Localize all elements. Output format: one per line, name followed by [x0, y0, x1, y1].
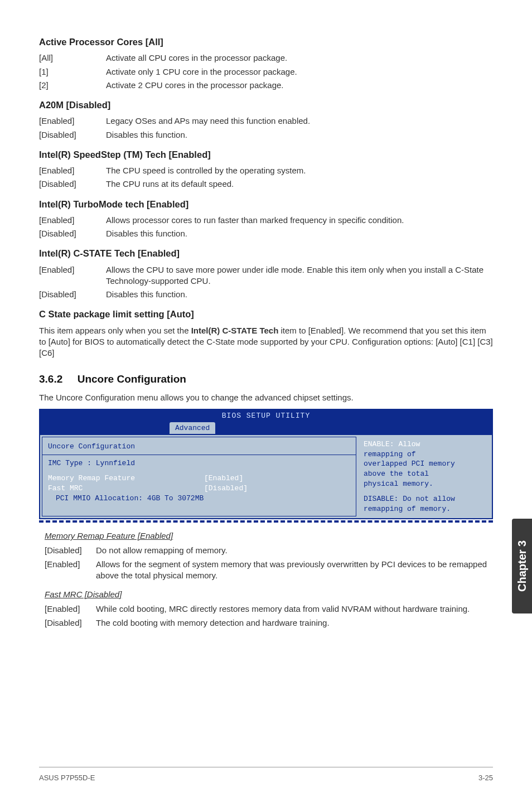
option-val: Activate all CPU cores in the processor …	[106, 52, 493, 64]
option-key: [1]	[39, 66, 106, 78]
section-title-cstate-limit: C State package limit setting [Auto]	[39, 308, 493, 320]
option-row: [Disabled] Do not allow remapping of mem…	[45, 545, 493, 556]
section-title-speedstep: Intel(R) SpeedStep (TM) Tech [Enabled]	[39, 148, 493, 161]
option-val: Activate 2 CPU cores in the processor pa…	[106, 80, 493, 91]
bios-help-line: physical memory.	[364, 479, 486, 489]
option-val: Allows for the segment of system memory …	[96, 559, 493, 582]
bios-setting-row[interactable]: Fast MRC [Disabled]	[48, 484, 350, 494]
bios-setting-value: [Disabled]	[204, 484, 248, 494]
chapter-tab: Chapter 3	[512, 519, 532, 613]
bios-help-line: ENABLE: Allow	[364, 439, 486, 450]
option-val: Disables this function.	[106, 228, 493, 239]
subsection-name: Uncore Configuration	[78, 373, 186, 385]
cstate-limit-paragraph: This item appears only when you set the …	[39, 325, 493, 359]
bios-setting-label: Memory Remap Feature	[48, 474, 204, 484]
bios-panel: BIOS SETUP UTILITY Advanced Uncore Confi…	[39, 409, 493, 519]
bios-divider	[39, 520, 493, 523]
option-row: [Enabled] While cold booting, MRC direct…	[45, 603, 493, 615]
bios-setting-row[interactable]: Memory Remap Feature [Enabled]	[48, 474, 350, 484]
bios-heading: Uncore Configuration	[48, 442, 350, 452]
bios-pci-allocation: PCI MMIO Allocation: 4GB To 3072MB	[48, 494, 350, 504]
option-row: [1] Activate only 1 CPU core in the proc…	[39, 66, 493, 78]
option-key: [Enabled]	[39, 165, 106, 176]
option-key: [Disabled]	[39, 228, 106, 239]
bios-help-line: remapping of	[364, 450, 486, 460]
bios-window-title: BIOS SETUP UTILITY	[40, 410, 492, 422]
bios-left-panel: Uncore Configuration IMC Type : Lynnfiel…	[42, 437, 356, 516]
option-key: [Enabled]	[45, 603, 96, 615]
option-val: Allows processor cores to run faster tha…	[106, 215, 493, 226]
option-val: Activate only 1 CPU core in the processo…	[106, 66, 493, 78]
option-val: Allows the CPU to save more power under …	[106, 264, 493, 287]
bios-setting-label: Fast MRC	[48, 484, 204, 494]
bios-help-line: overlapped PCI memory	[364, 459, 486, 469]
option-key: [Enabled]	[45, 559, 96, 582]
option-key: [Disabled]	[45, 545, 96, 556]
option-row: [2] Activate 2 CPU cores in the processo…	[39, 80, 493, 91]
option-val: Disables this function.	[106, 289, 493, 300]
cstate-limit-pre: This item appears only when you set the	[39, 326, 191, 335]
bios-header: BIOS SETUP UTILITY	[40, 410, 492, 422]
bios-help-panel: ENABLE: Allow remapping of overlapped PC…	[358, 435, 492, 518]
option-val: The CPU runs at its default speed.	[106, 178, 493, 190]
option-key: [Disabled]	[39, 178, 106, 190]
option-key: [Enabled]	[39, 215, 106, 226]
option-row: [Disabled] Disables this function.	[39, 289, 493, 300]
bios-tab-advanced[interactable]: Advanced	[170, 422, 215, 434]
bios-help-line: remapping of memory.	[364, 504, 486, 514]
option-row: [Disabled] Disables this function.	[39, 129, 493, 141]
bios-body: Uncore Configuration IMC Type : Lynnfiel…	[40, 434, 492, 518]
section-title-a20m: A20M [Disabled]	[39, 99, 493, 111]
subsection-intro: The Uncore Configuration menu allows you…	[39, 392, 493, 403]
subsection-number: 3.6.2	[39, 373, 62, 385]
bios-setting-value: [Enabled]	[204, 474, 243, 484]
option-row: [All] Activate all CPU cores in the proc…	[39, 52, 493, 64]
section-title-apc: Active Processor Cores [All]	[39, 36, 493, 48]
option-val: The cold booting with memory detection a…	[96, 617, 493, 629]
section-title-cstate: Intel(R) C-STATE Tech [Enabled]	[39, 247, 493, 259]
option-val: While cold booting, MRC directly restore…	[96, 603, 493, 615]
page-footer: ASUS P7P55D-E 3-25	[39, 767, 493, 783]
option-key: [2]	[39, 80, 106, 91]
option-val: The CPU speed is controlled by the opera…	[106, 165, 493, 176]
option-row: [Enabled] Allows the CPU to save more po…	[39, 264, 493, 287]
option-key: [Disabled]	[39, 289, 106, 300]
subsection-title: 3.6.2 Uncore Configuration	[39, 372, 493, 386]
option-row: [Enabled] Legacy OSes and APs may need t…	[39, 115, 493, 127]
option-row: [Enabled] Allows processor cores to run …	[39, 215, 493, 226]
section-title-turbo: Intel(R) TurboMode tech [Enabled]	[39, 198, 493, 210]
bios-tabs: Advanced	[40, 422, 492, 434]
footer-left: ASUS P7P55D-E	[39, 773, 95, 783]
option-key: [All]	[39, 52, 106, 64]
feature-title-mem-remap: Memory Remap Feature [Enabled]	[45, 530, 493, 542]
option-row: [Disabled] The cold booting with memory …	[45, 617, 493, 629]
bios-help-line: DISABLE: Do not allow	[364, 494, 486, 504]
bios-help-line: above the total	[364, 469, 486, 479]
footer-right: 3-25	[478, 773, 493, 783]
option-val: Do not allow remapping of memory.	[96, 545, 493, 556]
option-row: [Enabled] Allows for the segment of syst…	[45, 559, 493, 582]
feature-title-fast-mrc: Fast MRC [Disabled]	[45, 589, 493, 600]
option-val: Disables this function.	[106, 129, 493, 141]
option-key: [Enabled]	[39, 264, 106, 287]
option-key: [Disabled]	[39, 129, 106, 141]
option-row: [Disabled] Disables this function.	[39, 228, 493, 239]
bios-imc-type: IMC Type : Lynnfield	[48, 458, 350, 468]
cstate-limit-bold: Intel(R) C-STATE Tech	[191, 326, 279, 335]
option-val: Legacy OSes and APs may need this functi…	[106, 115, 493, 127]
option-key: [Enabled]	[39, 115, 106, 127]
option-row: [Disabled] The CPU runs at its default s…	[39, 178, 493, 190]
option-row: [Enabled] The CPU speed is controlled by…	[39, 165, 493, 176]
option-key: [Disabled]	[45, 617, 96, 629]
